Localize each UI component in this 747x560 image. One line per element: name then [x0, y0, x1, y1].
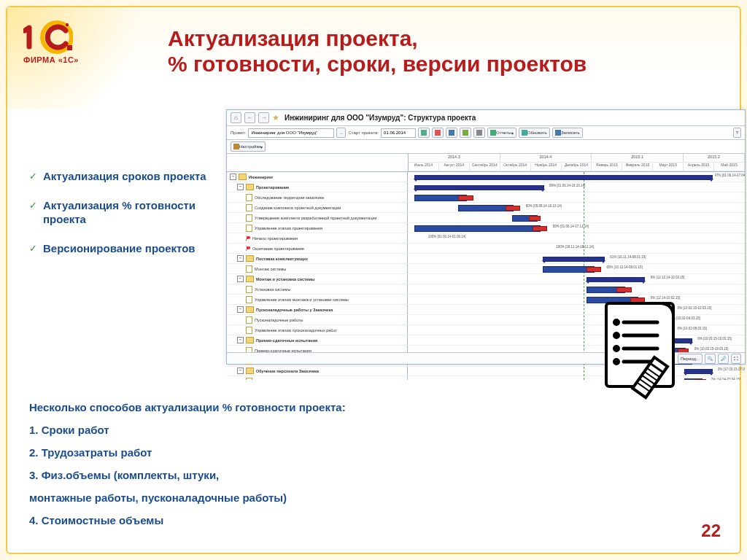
flag-icon: [246, 236, 250, 241]
gantt-bar-area: 80% [05.08.14-10.10.14]: [408, 203, 745, 212]
gantt-row: −Проектирование89% [01.06.14-18.10.14]: [227, 182, 745, 192]
expand-icon[interactable]: −: [237, 337, 244, 343]
task-name[interactable]: −Инжиниринг: [227, 172, 408, 182]
lower-item: 4. Стоимостные объемы: [29, 514, 718, 526]
expand-icon[interactable]: −: [230, 174, 236, 180]
window-title: Инжиниринг для ООО "Изумруд": Структура …: [285, 114, 476, 122]
gantt-bar[interactable]: [543, 257, 605, 262]
gantt-bar-area: 50% [01.06.14-17.11.14]: [408, 223, 745, 233]
gantt-row: Создание комплекта проектной документаци…: [227, 203, 745, 213]
home-icon[interactable]: ⌂: [231, 112, 241, 123]
gantt-bar-area: 100% [01.06.14-01.06.14]: [408, 233, 745, 243]
chart-icon: [490, 130, 496, 136]
gantt-row: Окончание проектирования100% [18.11.14-1…: [227, 244, 745, 254]
task-name[interactable]: Создание комплекта проектной документаци…: [227, 203, 408, 212]
gantt-bar[interactable]: [414, 185, 544, 190]
task-name[interactable]: Настройка оборудования: [227, 376, 408, 380]
toolbar-btn-3[interactable]: [446, 128, 457, 138]
gantt-bar-area: [408, 213, 745, 222]
gantt-row: Управление этапом проектирования50% [01.…: [227, 223, 745, 233]
gantt-label: 65% [10.12.14-08.01.15]: [607, 265, 643, 269]
gantt-bar[interactable]: [587, 277, 646, 282]
toolbar-btn-5[interactable]: [473, 128, 485, 138]
task-name[interactable]: −Проектирование: [227, 182, 408, 192]
svg-point-1: [66, 23, 69, 26]
doc-icon: [246, 204, 252, 211]
task-name[interactable]: Окончание проектирования: [227, 244, 408, 253]
folder-icon: [246, 368, 254, 374]
gantt-row: Установка системы: [227, 284, 745, 295]
task-name[interactable]: −Пусконаладочные работы у Заказчика: [227, 305, 408, 314]
doc-icon: [246, 378, 252, 381]
reports-button[interactable]: Отчеты ▾: [487, 128, 516, 138]
task-name[interactable]: −Приемо-сдаточные испытания: [227, 335, 408, 345]
gantt-bar[interactable]: [414, 175, 713, 180]
check-icon: ✓: [29, 171, 37, 182]
gantt-row: Начало проектирования100% [01.06.14-01.0…: [227, 233, 745, 244]
wrench-icon: [233, 144, 239, 149]
gantt-label: 100% [01.06.14-01.06.14]: [428, 235, 466, 238]
task-name[interactable]: −Обучение персонала Заказчика: [227, 366, 408, 376]
flag-icon: [246, 246, 250, 251]
bullet-list: ✓Актуализация сроков проекта✓Актуализаци…: [29, 169, 212, 270]
gantt-bar-delay: [587, 267, 601, 272]
task-name[interactable]: Управление этапом проектирования: [227, 223, 408, 233]
task-name[interactable]: Управление этапом пусконаладочных работ: [227, 325, 408, 335]
task-name[interactable]: Обследование территории заказчика: [227, 192, 408, 202]
sheet-icon: [462, 130, 468, 136]
task-name[interactable]: Утверждение комплекта разработанной прое…: [227, 213, 408, 222]
svg-point-10: [615, 360, 619, 364]
zoom-out-button[interactable]: 🔎: [718, 354, 729, 364]
doc-icon: [435, 130, 441, 136]
refresh-button[interactable]: Обновить: [519, 128, 550, 138]
doc-icon: [246, 296, 252, 303]
gantt-bar[interactable]: [414, 225, 541, 232]
gantt-row: −Монтаж и установка системы9% [12.12.14-…: [227, 274, 745, 284]
gear-icon: [476, 130, 482, 136]
save-icon: [421, 130, 427, 136]
expand-icon[interactable]: −: [237, 276, 244, 282]
start-date-field[interactable]: 01.06.2014: [381, 128, 416, 138]
zoom-in-button[interactable]: 🔍: [705, 354, 716, 364]
fit-button[interactable]: ⛶: [731, 354, 741, 364]
lower-text-block: Несколько способов актуализации % готовн…: [29, 401, 718, 537]
gantt-label: 9% [12.12.14-10.02.15]: [651, 276, 685, 279]
bullet-item: ✓Актуализация сроков проекта: [29, 169, 212, 184]
task-name[interactable]: Управление этапом монтажа и установки си…: [227, 295, 408, 304]
back-icon[interactable]: ←: [244, 112, 255, 123]
project-field[interactable]: Инжиниринг для ООО "Изумруд": [248, 128, 334, 138]
settings-button[interactable]: Настройки ▾: [231, 141, 266, 152]
expand-icon[interactable]: −: [237, 368, 244, 374]
refresh-icon: [522, 130, 527, 136]
gantt-bar-delay: [533, 226, 547, 231]
task-name[interactable]: Установка системы: [227, 284, 408, 294]
task-name[interactable]: Монтаж системы: [227, 264, 408, 273]
doc-icon: [246, 327, 252, 334]
svg-point-6: [615, 334, 619, 338]
bullet-text: Актуализация % готовности проекта: [43, 198, 212, 227]
gantt-bar-delay: [529, 216, 541, 221]
expand-icon[interactable]: −: [237, 306, 244, 313]
project-label: Проект:: [231, 131, 246, 135]
task-name[interactable]: Начало проектирования: [227, 233, 408, 243]
save-button[interactable]: Записать: [552, 128, 583, 138]
toolbar-btn-2[interactable]: [432, 128, 444, 138]
doc-icon: [246, 286, 252, 293]
project-open-button[interactable]: ...: [336, 128, 346, 138]
star-icon[interactable]: ★: [272, 113, 279, 122]
expand-icon[interactable]: −: [237, 255, 244, 262]
task-name[interactable]: −Поставка комплектующих: [227, 254, 408, 263]
toolbar-btn-4[interactable]: [460, 128, 471, 138]
task-name[interactable]: −Монтаж и установка системы: [227, 274, 408, 284]
folder-icon: [246, 276, 254, 282]
gantt-bar-area: [408, 192, 745, 202]
plus-icon: 🔍: [708, 356, 713, 361]
gantt-bar-area: [408, 284, 745, 294]
forward-icon[interactable]: →: [258, 112, 269, 123]
gantt-bar-area: 47% [01.06.14-27.04.15]: [408, 172, 745, 182]
gantt-label: 47% [01.06.14-27.04.15]: [714, 174, 745, 177]
help-button[interactable]: ?: [733, 128, 741, 138]
task-name[interactable]: Пусконаладочные работы: [227, 315, 408, 324]
toolbar-btn-1[interactable]: [418, 128, 430, 138]
expand-icon[interactable]: −: [237, 184, 244, 190]
